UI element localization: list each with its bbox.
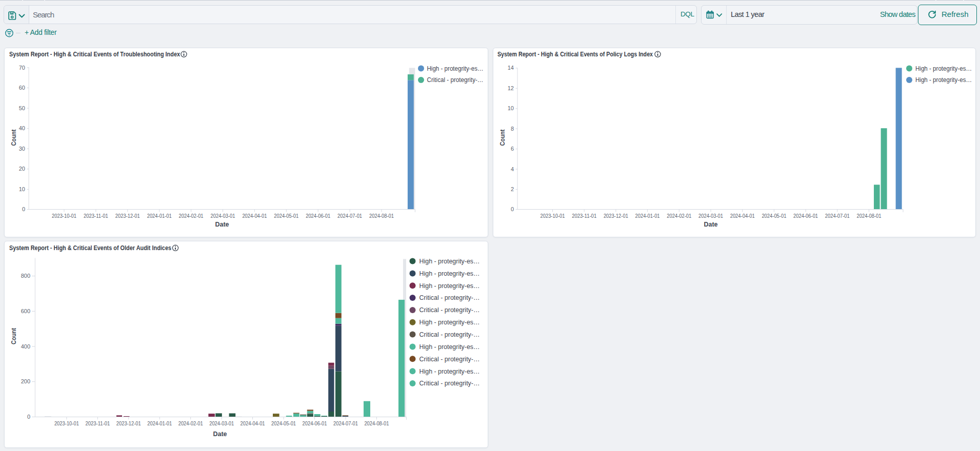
svg-text:60: 60: [19, 85, 25, 91]
svg-text:2024-03-01: 2024-03-01: [698, 213, 723, 219]
svg-text:2024-07-01: 2024-07-01: [333, 420, 358, 426]
svg-text:600: 600: [21, 308, 30, 314]
svg-text:2023-12-01: 2023-12-01: [604, 213, 628, 219]
svg-text:High - protegrity-es…: High - protegrity-es…: [419, 367, 480, 375]
svg-text:2023-12-01: 2023-12-01: [116, 420, 141, 426]
svg-text:2: 2: [511, 186, 514, 192]
svg-text:High - protegrity-es…: High - protegrity-es…: [419, 343, 480, 351]
svg-text:Count: Count: [10, 328, 17, 344]
svg-text:Critical - protegrity-…: Critical - protegrity-…: [419, 379, 480, 387]
svg-text:2024-08-01: 2024-08-01: [857, 213, 882, 219]
svg-text:High - protegrity-es…: High - protegrity-es…: [419, 282, 480, 290]
svg-text:Date: Date: [704, 220, 718, 228]
svg-text:2024-05-01: 2024-05-01: [274, 213, 298, 219]
svg-text:800: 800: [21, 273, 30, 279]
svg-text:2023-12-01: 2023-12-01: [115, 213, 140, 219]
svg-text:2024-04-01: 2024-04-01: [241, 420, 265, 426]
svg-text:200: 200: [21, 378, 30, 384]
svg-text:Critical - protegrity-…: Critical - protegrity-…: [419, 331, 480, 338]
svg-text:2024-02-01: 2024-02-01: [178, 420, 203, 426]
svg-text:0: 0: [511, 206, 514, 212]
svg-text:System Report - High & Critica: System Report - High & Critical Events o…: [9, 50, 180, 58]
svg-text:14: 14: [508, 65, 514, 71]
svg-text:2023-11-01: 2023-11-01: [85, 420, 110, 426]
svg-text:High - protegrity-es…: High - protegrity-es…: [915, 76, 972, 84]
svg-text:50: 50: [19, 105, 25, 111]
svg-text:2024-06-01: 2024-06-01: [306, 213, 330, 219]
svg-text:System Report - High & Critica: System Report - High & Critical Events o…: [9, 244, 171, 252]
svg-text:2024-05-01: 2024-05-01: [762, 213, 786, 219]
svg-text:Date: Date: [215, 220, 229, 228]
svg-text:Count: Count: [10, 129, 17, 146]
svg-text:Critical - protegrity-…: Critical - protegrity-…: [419, 306, 480, 314]
svg-text:70: 70: [19, 65, 25, 71]
svg-text:40: 40: [19, 125, 25, 131]
svg-text:20: 20: [19, 166, 25, 172]
svg-text:2024-08-01: 2024-08-01: [364, 420, 389, 426]
svg-text:2023-10-01: 2023-10-01: [54, 420, 79, 426]
svg-text:Critical - protegrity-…: Critical - protegrity-…: [419, 294, 480, 301]
svg-text:2024-02-01: 2024-02-01: [667, 213, 691, 219]
svg-text:2024-03-01: 2024-03-01: [209, 420, 234, 426]
svg-text:6: 6: [511, 146, 514, 152]
svg-text:12: 12: [508, 85, 514, 91]
svg-text:2024-06-01: 2024-06-01: [793, 213, 818, 219]
svg-text:2024-04-01: 2024-04-01: [730, 213, 755, 219]
svg-text:High - protegrity-es…: High - protegrity-es…: [419, 318, 480, 326]
svg-text:2024-03-01: 2024-03-01: [211, 213, 235, 219]
svg-text:400: 400: [21, 343, 30, 350]
svg-text:2024-07-01: 2024-07-01: [825, 213, 850, 219]
svg-text:2023-11-01: 2023-11-01: [572, 213, 596, 219]
svg-text:2023-11-01: 2023-11-01: [84, 213, 108, 219]
svg-text:10: 10: [508, 105, 514, 111]
svg-text:2024-04-01: 2024-04-01: [242, 213, 267, 219]
svg-text:High - protegrity-es…: High - protegrity-es…: [419, 270, 480, 277]
svg-text:4: 4: [511, 166, 514, 172]
svg-text:8: 8: [511, 126, 514, 132]
svg-text:2024-01-01: 2024-01-01: [147, 420, 172, 426]
svg-text:2023-10-01: 2023-10-01: [52, 213, 76, 219]
svg-text:0: 0: [27, 414, 30, 420]
svg-text:Count: Count: [498, 129, 506, 146]
svg-text:Date: Date: [213, 430, 227, 438]
svg-text:2024-06-01: 2024-06-01: [303, 420, 327, 426]
svg-text:High - protegrity-es…: High - protegrity-es…: [419, 257, 480, 265]
svg-text:2024-01-01: 2024-01-01: [635, 213, 660, 219]
svg-text:0: 0: [22, 206, 25, 212]
svg-text:30: 30: [19, 146, 25, 152]
svg-text:2024-01-01: 2024-01-01: [147, 213, 172, 219]
svg-text:System Report - High & Critica: System Report - High & Critical Events o…: [497, 50, 653, 58]
svg-text:2023-10-01: 2023-10-01: [541, 213, 565, 219]
svg-text:2024-08-01: 2024-08-01: [369, 213, 394, 219]
svg-text:2024-02-01: 2024-02-01: [179, 213, 204, 219]
svg-text:2024-05-01: 2024-05-01: [271, 420, 296, 426]
svg-text:2024-07-01: 2024-07-01: [337, 213, 362, 219]
svg-text:Critical - protegrity-…: Critical - protegrity-…: [419, 355, 480, 363]
svg-text:Critical - protegrity-…: Critical - protegrity-…: [427, 76, 484, 84]
svg-text:High - protegrity-es…: High - protegrity-es…: [427, 65, 484, 72]
svg-text:10: 10: [19, 186, 25, 192]
svg-text:High - protegrity-es…: High - protegrity-es…: [915, 65, 972, 72]
